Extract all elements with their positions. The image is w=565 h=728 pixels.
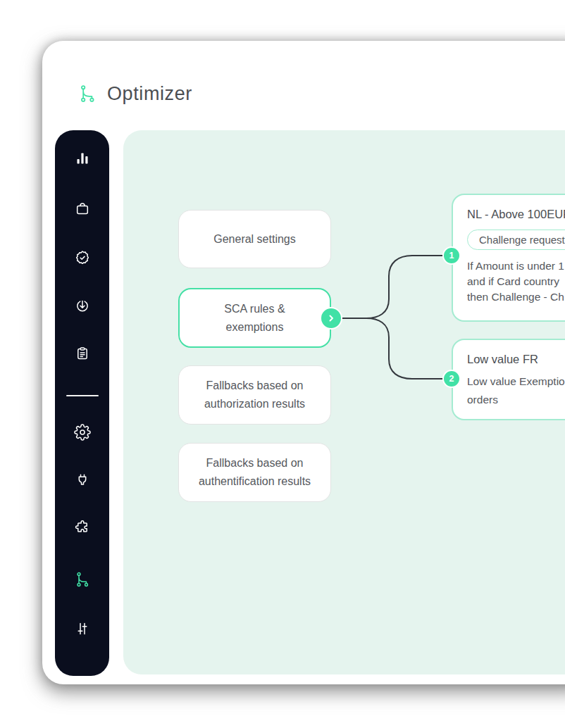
sidebar-item-approvals[interactable] bbox=[68, 246, 97, 269]
flow-node-description: Low value Exemptio orders bbox=[467, 372, 565, 409]
clipboard-icon bbox=[74, 345, 91, 362]
puzzle-icon bbox=[74, 519, 91, 536]
flow-canvas: General settings SCA rules & exemptions … bbox=[123, 130, 565, 674]
menu-card-fallbacks-authentification[interactable]: Fallbacks based on authentification resu… bbox=[178, 443, 331, 502]
sidebar-item-optimizer[interactable] bbox=[68, 568, 97, 591]
sidebar-item-downloads[interactable] bbox=[68, 295, 97, 318]
menu-card-label: Fallbacks based on authorization results bbox=[197, 377, 312, 413]
gear-icon bbox=[74, 424, 91, 441]
flow-node-description: If Amount is under 1 and if Card country… bbox=[467, 258, 565, 305]
sidebar-item-analytics[interactable] bbox=[68, 147, 97, 170]
flow-node-title: NL - Above 100EUR bbox=[467, 208, 565, 221]
sidebar-item-integrations[interactable] bbox=[68, 469, 97, 491]
sidebar-item-orders[interactable] bbox=[68, 197, 97, 220]
branch-icon bbox=[77, 84, 97, 103]
flow-node-title: Low value FR bbox=[467, 353, 565, 366]
bar-chart-icon bbox=[74, 150, 91, 167]
plug-icon bbox=[74, 472, 91, 489]
sidebar bbox=[55, 130, 109, 676]
chevron-right-icon bbox=[327, 314, 335, 322]
sidebar-divider bbox=[66, 395, 99, 396]
app-window: Optimizer bbox=[42, 41, 565, 684]
flow-node-card-1[interactable]: NL - Above 100EUR Challenge request If A… bbox=[452, 194, 565, 322]
flow-node-card-2[interactable]: Low value FR Low value Exemptio orders bbox=[452, 339, 565, 420]
badge-check-icon bbox=[74, 249, 91, 266]
sidebar-item-reports[interactable] bbox=[68, 342, 97, 365]
branch-icon bbox=[74, 571, 91, 588]
menu-card-general-settings[interactable]: General settings bbox=[178, 210, 331, 268]
shopping-bag-icon bbox=[74, 200, 91, 217]
page-title: Optimizer bbox=[107, 83, 192, 105]
menu-card-label: SCA rules & exemptions bbox=[198, 300, 311, 337]
node-number-badge: 2 bbox=[442, 370, 461, 388]
sidebar-item-settings[interactable] bbox=[68, 421, 97, 444]
menu-card-sca-rules[interactable]: SCA rules & exemptions bbox=[178, 288, 331, 348]
flow-node-tag: Challenge request bbox=[467, 230, 565, 250]
sidebar-item-preferences[interactable] bbox=[68, 617, 97, 640]
sidebar-item-extensions[interactable] bbox=[68, 516, 97, 539]
menu-card-fallbacks-authorization[interactable]: Fallbacks based on authorization results bbox=[178, 365, 331, 425]
node-number-badge: 1 bbox=[442, 246, 461, 265]
sliders-icon bbox=[74, 620, 91, 637]
download-circle-icon bbox=[74, 298, 91, 315]
app-header: Optimizer bbox=[77, 82, 192, 106]
menu-card-label: General settings bbox=[213, 230, 296, 249]
expand-button[interactable] bbox=[320, 307, 342, 330]
menu-card-label: Fallbacks based on authentification resu… bbox=[197, 454, 312, 491]
